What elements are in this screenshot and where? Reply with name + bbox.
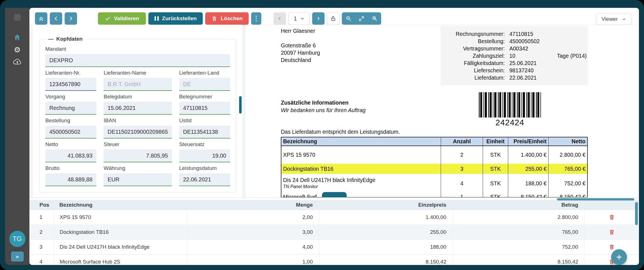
- iban-input[interactable]: DE11502109000209865: [104, 126, 172, 139]
- chevron-right-icon: [68, 16, 74, 21]
- leistungsdatum-input[interactable]: 22.06.2021: [179, 173, 230, 186]
- fit-screen-button[interactable]: [358, 15, 365, 22]
- field-lieferanten-name: Lieferanten-Name B.R.T. GmbH: [104, 70, 172, 91]
- zoom-out-button[interactable]: [346, 15, 352, 22]
- field-lieferanten-land: Lieferanten-Land DE: [179, 70, 230, 91]
- vorgang-input[interactable]: Rechnung: [45, 102, 96, 115]
- recipient-address: Herr Glaesner Gotenstraße 6 20097 Hambur…: [281, 27, 320, 64]
- chevron-left-icon: [53, 16, 59, 21]
- delete-row-button[interactable]: [607, 213, 617, 222]
- delete-button[interactable]: Löschen: [205, 12, 249, 25]
- delete-label: Löschen: [221, 15, 242, 22]
- zoom-in-icon: [372, 15, 378, 22]
- zoom-controls: [342, 12, 381, 25]
- chevron-down-icon: [300, 16, 305, 21]
- invoice-document: Herr Glaesner Gotenstraße 6 20097 Hambur…: [246, 25, 639, 197]
- panel-resize-handle[interactable]: [322, 192, 347, 197]
- validate-button[interactable]: Validieren: [98, 12, 146, 25]
- zoom-in-button[interactable]: [372, 15, 378, 22]
- sidebar: ⚙ TG »: [5, 8, 29, 265]
- lieferanten-nr-input[interactable]: 1234567890: [45, 78, 96, 91]
- lieferanten-land-input[interactable]: DE: [179, 78, 230, 91]
- invoice-meta-row: Bestellung: 4500050502: [440, 38, 588, 45]
- table-row[interactable]: 3 Dis 24 Dell U2417H black InfinityEdge …: [29, 240, 639, 255]
- app-window: ⚙ TG »: [0, 0, 644, 270]
- plus-icon: [615, 253, 623, 261]
- record-nav-group: [35, 12, 77, 25]
- viewer-toolbar: 1: [274, 12, 381, 25]
- recipient-line: Gotenstraße 6: [281, 42, 320, 49]
- delete-row-button[interactable]: [607, 227, 617, 237]
- recipient-line: 20097 Hamburg: [281, 49, 320, 56]
- field-label: UstId: [179, 117, 230, 124]
- postpone-label: Zurückstellen: [162, 15, 197, 22]
- positions-table-header: Pos Bezeichnung Menge Einzelpreis Betrag: [29, 200, 639, 210]
- field-label: Vorgang: [45, 94, 96, 100]
- postpone-button[interactable]: Zurückstellen: [148, 12, 203, 25]
- app-logo: [14, 14, 21, 21]
- kopfdaten-legend: — Kopfdaten: [46, 36, 85, 42]
- previous-record-button[interactable]: [50, 12, 62, 25]
- invoice-meta-row: Lieferdatum: 22.06.2021: [440, 74, 588, 81]
- field-mandant: Mandant DEXPRO: [45, 46, 230, 67]
- invoice-meta-row: Lieferschein: 98137240: [440, 67, 588, 74]
- first-record-button[interactable]: [35, 12, 47, 25]
- horizontal-scrollbar-thumb[interactable]: [557, 198, 634, 200]
- field-label: Lieferanten-Land: [179, 70, 230, 76]
- cloud-upload-icon: [13, 58, 22, 66]
- field-label: Steuer: [104, 141, 172, 147]
- belegnummer-input[interactable]: 47110815: [179, 102, 230, 115]
- ustid-input[interactable]: DE113541138: [179, 126, 230, 139]
- zoom-out-icon: [346, 15, 352, 22]
- lieferanten-name-input[interactable]: B.R.T. GmbH: [104, 78, 172, 91]
- field-leistungsdatum: Leistungsdatum 22.06.2021: [179, 165, 230, 186]
- sidebar-item-cloud-upload[interactable]: [11, 57, 24, 68]
- page-number-select[interactable]: 1: [288, 12, 310, 25]
- next-page-button[interactable]: [312, 12, 325, 25]
- form-scrollbar-thumb[interactable]: [239, 96, 242, 114]
- invoice-item-row: XPS 15 9570 2 STK 1.400,00 € 2.800,00 €: [281, 146, 587, 164]
- field-vorgang: Vorgang Rechnung: [45, 94, 96, 115]
- sidebar-item-home[interactable]: [11, 32, 24, 43]
- field-steuersatz: Steuersatz 19,00: [179, 141, 230, 162]
- invoice-meta-row: Fälligkeitsdatum: 25.06.2021: [440, 59, 588, 67]
- previous-page-button[interactable]: [274, 12, 286, 25]
- brutto-input[interactable]: 48.889,88: [45, 173, 96, 186]
- field-steuer: Steuer 7.805,95: [104, 141, 172, 162]
- gear-icon: ⚙: [14, 46, 20, 54]
- bestellung-input[interactable]: 4500050502: [45, 126, 96, 139]
- lock-icon: [330, 15, 336, 22]
- netto-input[interactable]: 41.083,93: [45, 149, 96, 162]
- additional-info-text: Wir bedanken uns für Ihren Auftrag: [281, 107, 366, 114]
- table-row[interactable]: 1 XPS 15 9570 2,00 1.400,00 2.800,00: [29, 210, 639, 225]
- belegdatum-input[interactable]: 15.06.2021: [104, 102, 172, 115]
- lock-zoom-button[interactable]: [327, 12, 339, 25]
- table-row-selected[interactable]: 2 Dockingstation TB16 3,00 255,00 765,00: [29, 225, 639, 240]
- steuersatz-input[interactable]: 19,00: [179, 149, 230, 162]
- content-row: — Kopfdaten Mandant DEXPRO Lieferanten-N…: [29, 25, 639, 197]
- barcode-image: [479, 92, 541, 117]
- invoice-meta-row: Vertragsnummer: A00342: [440, 45, 588, 52]
- page-number: 1: [294, 15, 297, 22]
- invoice-meta-block: Rechnungsnummer: 47110815 Bestellung: 45…: [440, 26, 588, 85]
- fullscreen-icon: [358, 15, 365, 22]
- chevron-down-icon: [622, 17, 626, 22]
- sidebar-expand-button[interactable]: »: [11, 251, 24, 262]
- waehrung-input[interactable]: EUR: [104, 173, 172, 186]
- sidebar-item-settings[interactable]: ⚙: [11, 44, 24, 56]
- viewer-mode-select[interactable]: Viewer: [596, 13, 632, 25]
- header-data-panel: — Kopfdaten Mandant DEXPRO Lieferanten-N…: [33, 25, 242, 197]
- field-label: Netto: [45, 141, 96, 147]
- add-position-button[interactable]: [611, 249, 627, 265]
- avatar[interactable]: TG: [9, 231, 25, 247]
- more-actions-button[interactable]: [251, 12, 261, 25]
- steuer-input[interactable]: 7.805,95: [104, 149, 172, 162]
- table-row[interactable]: 4 Microsoft Surface Hub 2S 1,00 8.150,42…: [29, 255, 639, 265]
- barcode-block: 242424: [479, 92, 541, 127]
- field-belegnummer: Belegnummer 47110815: [179, 94, 230, 115]
- next-record-button[interactable]: [65, 12, 77, 25]
- vertical-scrollbar-thumb[interactable]: [635, 202, 638, 225]
- mandant-input[interactable]: DEXPRO: [45, 54, 230, 67]
- invoice-table-header: Bezeichnung Anzahl Einheit Preis/Einheit…: [281, 137, 587, 146]
- panel-divider: [242, 25, 246, 197]
